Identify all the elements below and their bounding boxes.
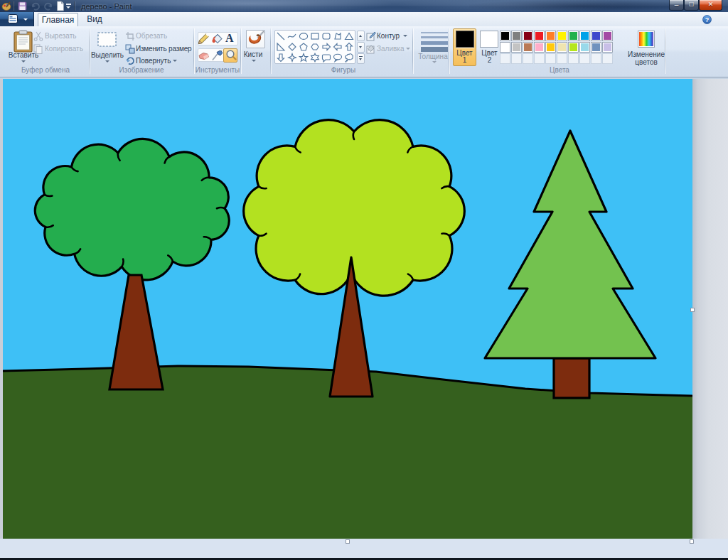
svg-text:?: ? xyxy=(705,16,710,23)
